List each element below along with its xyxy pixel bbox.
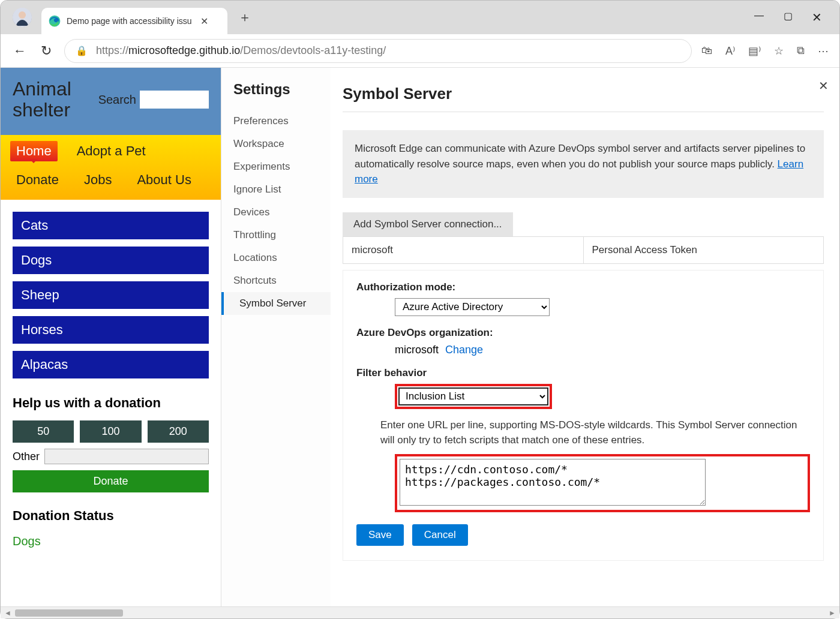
reader-icon[interactable]: ▤⁾ [748, 44, 761, 58]
tab-close-icon[interactable]: ✕ [198, 16, 211, 27]
address-bar[interactable]: 🔒 https://microsoftedge.github.io/Demos/… [64, 39, 692, 63]
preset-200[interactable]: 200 [148, 420, 209, 443]
other-label: Other [13, 450, 40, 463]
demo-page: Animal shelter Search Home Adopt a Pet D… [1, 68, 221, 606]
more-icon[interactable]: ⋯ [818, 44, 829, 58]
close-window-icon[interactable]: ✕ [811, 10, 823, 25]
scroll-right-icon[interactable]: ► [829, 609, 836, 617]
nav-ignore-list[interactable]: Ignore List [233, 178, 331, 201]
nav-home[interactable]: Home [10, 141, 58, 161]
edge-icon [49, 15, 61, 27]
nav-workspace[interactable]: Workspace [233, 133, 331, 155]
filter-hint: Enter one URL per line, supporting MS-DO… [380, 417, 810, 448]
donation-heading: Help us with a donation [13, 395, 209, 411]
nav-donate[interactable]: Donate [10, 170, 65, 190]
search-label: Search [98, 93, 136, 107]
col-organization: microsoft [343, 237, 584, 263]
donate-button[interactable]: Donate [13, 470, 209, 492]
other-amount-input[interactable] [44, 449, 209, 464]
scroll-left-icon[interactable]: ◄ [4, 609, 11, 617]
nav-throttling[interactable]: Throttling [233, 224, 331, 247]
titlebar: Demo page with accessibility issu ✕ ＋ ― … [1, 1, 839, 34]
browser-toolbar: ← ↻ 🔒 https://microsoftedge.github.io/De… [1, 34, 839, 68]
scroll-thumb[interactable] [15, 609, 123, 617]
nav-preferences[interactable]: Preferences [233, 110, 331, 133]
nav-about[interactable]: About Us [131, 170, 197, 190]
profile-avatar[interactable] [13, 8, 32, 27]
urls-highlight [395, 454, 810, 512]
read-aloud-icon[interactable]: A⁾ [725, 44, 735, 58]
side-alpacas[interactable]: Alpacas [13, 351, 209, 378]
browser-tab[interactable]: Demo page with accessibility issu ✕ [41, 8, 227, 34]
save-button[interactable]: Save [356, 524, 404, 546]
cancel-button[interactable]: Cancel [412, 524, 468, 546]
nav-experiments[interactable]: Experiments [233, 155, 331, 178]
site-header: Animal shelter Search [1, 68, 221, 135]
svg-point-1 [19, 11, 26, 19]
status-row: Dogs [13, 532, 209, 551]
new-tab-button[interactable]: ＋ [238, 8, 251, 26]
settings-nav: Settings Preferences Workspace Experimen… [221, 68, 331, 606]
filter-behavior-select[interactable]: Inclusion List [398, 387, 548, 405]
search-input[interactable] [140, 91, 209, 109]
nav-adopt[interactable]: Adopt a Pet [71, 141, 152, 161]
preset-50[interactable]: 50 [13, 420, 74, 443]
minimize-icon[interactable]: ― [753, 10, 765, 25]
content-area: Animal shelter Search Home Adopt a Pet D… [1, 68, 839, 606]
nav-symbol-server[interactable]: Symbol Server [221, 292, 331, 315]
connection-header-row: microsoft Personal Access Token [343, 236, 824, 264]
auth-mode-label: Authorization mode: [356, 281, 810, 293]
devtools-panel: Settings Preferences Workspace Experimen… [221, 68, 839, 606]
side-nav: Cats Dogs Sheep Horses Alpacas [1, 200, 221, 378]
preset-100[interactable]: 100 [80, 420, 141, 443]
shopping-icon[interactable]: 🛍 [701, 44, 712, 57]
window-controls: ― ▢ ✕ [753, 10, 839, 25]
auth-mode-select[interactable]: Azure Active Directory [395, 298, 550, 316]
nav-jobs[interactable]: Jobs [78, 170, 118, 190]
url-text: https://microsoftedge.github.io/Demos/de… [96, 44, 386, 57]
refresh-button[interactable]: ↻ [38, 43, 55, 59]
devtools-close-icon[interactable]: ✕ [818, 79, 829, 93]
side-horses[interactable]: Horses [13, 316, 209, 344]
org-change-link[interactable]: Change [445, 344, 483, 356]
org-value: microsoft [395, 344, 439, 356]
favorite-icon[interactable]: ☆ [774, 44, 784, 58]
side-cats[interactable]: Cats [13, 212, 209, 239]
panel-title: Symbol Server [343, 85, 824, 103]
col-auth: Personal Access Token [584, 237, 824, 263]
nav-shortcuts[interactable]: Shortcuts [233, 269, 331, 292]
back-button[interactable]: ← [11, 43, 28, 59]
status-heading: Donation Status [13, 508, 209, 524]
side-dogs[interactable]: Dogs [13, 247, 209, 274]
add-connection-button[interactable]: Add Symbol Server connection... [343, 212, 513, 236]
collections-icon[interactable]: ⧉ [797, 44, 805, 57]
nav-locations[interactable]: Locations [233, 247, 331, 269]
main-nav: Home Adopt a Pet Donate Jobs About Us [1, 135, 221, 200]
settings-content: ✕ Symbol Server Microsoft Edge can commu… [331, 68, 839, 606]
settings-title: Settings [233, 81, 331, 98]
browser-window: Demo page with accessibility issu ✕ ＋ ― … [0, 0, 840, 619]
filter-highlight: Inclusion List [395, 384, 552, 409]
nav-devices[interactable]: Devices [233, 201, 331, 224]
horizontal-scrollbar[interactable]: ◄ ► [1, 606, 839, 618]
side-sheep[interactable]: Sheep [13, 281, 209, 309]
connection-config: Authorization mode: Azure Active Directo… [343, 270, 824, 561]
divider [343, 112, 824, 112]
urls-textarea[interactable] [400, 459, 706, 506]
maximize-icon[interactable]: ▢ [782, 10, 794, 25]
site-title: Animal shelter [13, 79, 92, 121]
info-box: Microsoft Edge can communicate with Azur… [343, 130, 824, 198]
tab-title: Demo page with accessibility issu [67, 16, 192, 26]
filter-label: Filter behavior [356, 367, 810, 379]
donation-section: Help us with a donation 50 100 200 Other… [1, 386, 221, 569]
org-label: Azure DevOps organization: [356, 327, 810, 339]
lock-icon: 🔒 [76, 45, 88, 56]
